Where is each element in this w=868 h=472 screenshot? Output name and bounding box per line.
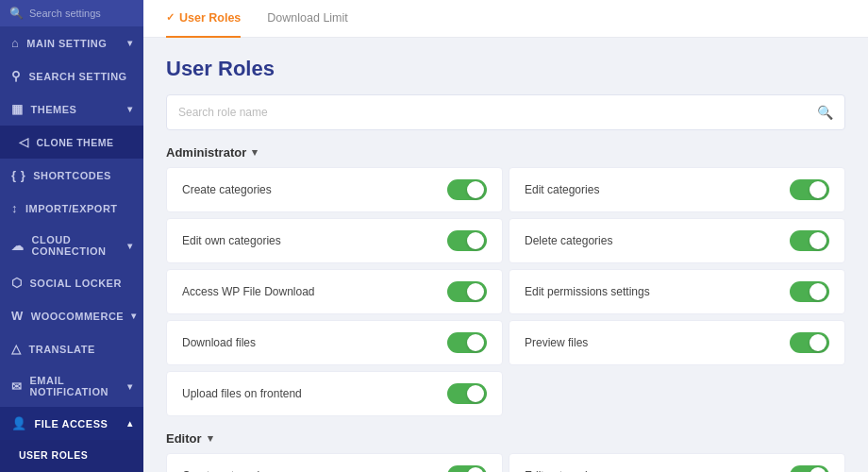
role-header-editor[interactable]: Editor ▾ — [166, 431, 845, 446]
perm-label: Upload files on frontend — [182, 387, 302, 400]
sidebar-item-label: TRANSLATE — [29, 344, 95, 355]
content-area: User Roles 🔍 Administrator ▾ Create cate… — [143, 38, 868, 472]
sidebar-item-file-access[interactable]: 👤 FILE ACCESS ▴ — [0, 407, 143, 440]
chevron-up-icon: ▴ — [127, 418, 133, 429]
sidebar-item-cloud-connection[interactable]: ☁ CLOUD CONNECTION ▾ — [0, 225, 143, 266]
chevron-icon: ▾ — [131, 311, 137, 321]
sidebar-item-label: SHORTCODES — [33, 170, 111, 181]
tab-label: User Roles — [179, 11, 241, 25]
main-content: ✓ User Roles Download Limit User Roles 🔍… — [143, 0, 868, 472]
role-section-administrator: Administrator ▾ Create categories Edit c… — [166, 145, 845, 416]
search-bar: 🔍 — [166, 94, 845, 130]
sidebar-item-label: SEARCH SETTING — [29, 71, 127, 82]
home-icon: ⌂ — [11, 36, 19, 50]
themes-icon: ▦ — [11, 102, 24, 116]
toggle-edit-own-categories[interactable] — [447, 230, 487, 251]
page-title: User Roles — [166, 57, 845, 81]
sidebar-item-clone-theme[interactable]: ◁ CLONE THEME — [0, 126, 143, 159]
role-name: Administrator — [166, 145, 246, 160]
sidebar: 🔍 ⌂ MAIN SETTING ▾ ⚲ SEARCH SETTING ▦ TH… — [0, 0, 143, 472]
tab-user-roles[interactable]: ✓ User Roles — [166, 0, 241, 38]
toggle-editor-create-categories[interactable] — [447, 465, 487, 472]
social-icon: ⬡ — [11, 276, 23, 290]
toggle-access-wp-file-download[interactable] — [447, 281, 487, 302]
sidebar-item-social-locker[interactable]: ⬡ SOCIAL LOCKER — [0, 266, 143, 299]
perm-label: Edit categories — [525, 183, 599, 196]
sidebar-item-themes[interactable]: ▦ THEMES ▾ — [0, 93, 143, 126]
perm-card: Edit permissions settings — [509, 269, 845, 314]
sidebar-item-label: WOOCOMMERCE — [31, 311, 124, 322]
perm-label: Create categories — [182, 183, 272, 196]
perm-label: Download files — [182, 336, 256, 349]
sidebar-item-label: SOCIAL LOCKER — [30, 278, 122, 289]
sidebar-sub-item-label: USER ROLES — [19, 449, 88, 461]
search-icon: 🔍 — [9, 7, 24, 20]
editor-permissions-grid: Create categories Edit categories Edit o… — [166, 453, 845, 472]
perm-card: Edit own categories — [166, 218, 503, 263]
clone-icon: ◁ — [19, 135, 29, 149]
chevron-icon: ▾ — [127, 381, 133, 392]
perm-label: Edit own categories — [182, 234, 281, 247]
email-icon: ✉ — [11, 379, 23, 394]
search-icon: 🔍 — [817, 105, 833, 120]
cloud-icon: ☁ — [11, 239, 25, 253]
sidebar-item-label: CLONE THEME — [37, 137, 114, 148]
woo-icon: W — [11, 309, 24, 323]
chevron-down-icon: ▾ — [252, 146, 258, 159]
toggle-download-files[interactable] — [447, 332, 487, 353]
chevron-down-icon: ▾ — [208, 432, 213, 445]
sidebar-item-user-roles[interactable]: USER ROLES — [0, 440, 143, 470]
sidebar-item-label: IMPORT/EXPORT — [25, 203, 118, 214]
perm-card: Edit categories — [509, 453, 845, 472]
perm-card-wide: Upload files on frontend — [166, 371, 503, 416]
tab-download-limit[interactable]: Download Limit — [267, 0, 347, 38]
role-header-administrator[interactable]: Administrator ▾ — [166, 145, 845, 160]
sidebar-item-translate[interactable]: △ TRANSLATE — [0, 332, 143, 365]
sidebar-item-label: FILE ACCESS — [35, 418, 108, 430]
perm-label: Preview files — [525, 336, 588, 349]
tab-label: Download Limit — [267, 11, 347, 25]
role-section-editor: Editor ▾ Create categories Edit categori… — [166, 431, 845, 472]
perm-card: Edit categories — [509, 167, 845, 212]
import-export-icon: ↕ — [11, 201, 18, 215]
search-nav-icon: ⚲ — [11, 69, 22, 83]
perm-card: Create categories — [166, 167, 503, 212]
sidebar-item-main-setting[interactable]: ⌂ MAIN SETTING ▾ — [0, 26, 143, 59]
toggle-preview-files[interactable] — [790, 332, 829, 353]
sidebar-item-label: THEMES — [31, 104, 77, 115]
sidebar-item-label: CLOUD CONNECTION — [32, 234, 120, 257]
shortcodes-icon: { } — [11, 168, 25, 182]
admin-permissions-grid: Create categories Edit categories Edit o… — [166, 167, 845, 416]
toggle-edit-categories[interactable] — [790, 179, 829, 200]
file-access-icon: 👤 — [11, 416, 27, 430]
tabs-bar: ✓ User Roles Download Limit — [143, 0, 868, 38]
sidebar-item-search-setting[interactable]: ⚲ SEARCH SETTING — [0, 59, 143, 93]
sidebar-item-shortcodes[interactable]: { } SHORTCODES — [0, 159, 143, 192]
toggle-create-categories[interactable] — [447, 179, 487, 200]
perm-card: Preview files — [509, 320, 845, 365]
sidebar-item-import-export[interactable]: ↕ IMPORT/EXPORT — [0, 192, 143, 225]
sidebar-search-input[interactable] — [29, 8, 134, 19]
sidebar-item-label: EMAIL NOTIFICATION — [30, 375, 120, 397]
chevron-icon: ▾ — [127, 104, 133, 114]
toggle-upload-files-on-frontend[interactable] — [447, 383, 487, 404]
sidebar-search[interactable]: 🔍 — [0, 0, 143, 26]
perm-card: Download files — [166, 320, 503, 365]
chevron-icon: ▾ — [127, 38, 133, 48]
perm-label: Delete categories — [525, 234, 612, 247]
translate-icon: △ — [11, 342, 22, 356]
toggle-edit-permissions-settings[interactable] — [790, 281, 829, 302]
sidebar-item-email-notification[interactable]: ✉ EMAIL NOTIFICATION ▾ — [0, 365, 143, 407]
sidebar-item-woocommerce[interactable]: W WOOCOMMERCE ▾ — [0, 299, 143, 332]
role-search-input[interactable] — [178, 106, 817, 119]
chevron-icon: ▾ — [127, 241, 133, 251]
toggle-delete-categories[interactable] — [790, 230, 829, 251]
role-name: Editor — [166, 431, 202, 446]
perm-label: Edit permissions settings — [525, 285, 650, 298]
toggle-editor-edit-categories[interactable] — [790, 465, 829, 472]
check-icon: ✓ — [166, 11, 175, 24]
sidebar-item-label: MAIN SETTING — [26, 38, 107, 49]
perm-card: Delete categories — [509, 218, 845, 263]
perm-card: Access WP File Download — [166, 269, 503, 314]
perm-card: Create categories — [166, 453, 503, 472]
